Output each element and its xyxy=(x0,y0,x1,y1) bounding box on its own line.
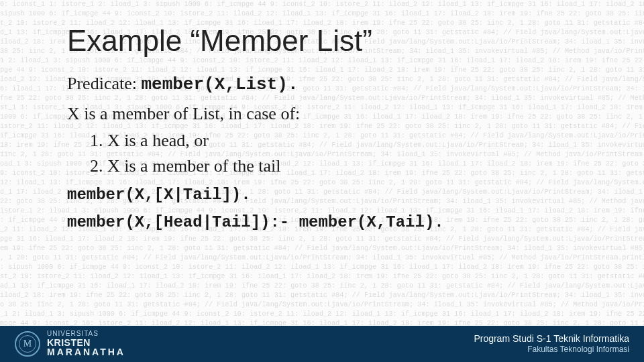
university-seal-icon xyxy=(15,331,40,357)
list-item-1: 1. X is a head, or xyxy=(90,131,604,151)
code-line-2: member(X,[Head|Tail]):- member(X,Tail). xyxy=(67,213,604,231)
description: X is a member of List, in case of: xyxy=(67,104,604,124)
footer-right: Program Studi S-1 Teknik Informatika Fak… xyxy=(474,333,629,355)
footer-left: UNIVERSITAS KRISTEN MARANATHA xyxy=(15,330,125,357)
predicate-line: Predicate: member(X,List). xyxy=(67,74,604,95)
uni-line-3: MARANATHA xyxy=(47,347,125,357)
code-line-1: member(X,[X|Tail]). xyxy=(67,186,604,204)
faculty-name: Fakultas Teknologi Informasi xyxy=(474,345,629,355)
uni-line-2: KRISTEN xyxy=(47,338,125,348)
university-name: UNIVERSITAS KRISTEN MARANATHA xyxy=(47,330,125,357)
list-item-2: 2. X is a member of the tail xyxy=(90,156,604,176)
predicate-label: Predicate: xyxy=(67,74,141,93)
uni-line-1: UNIVERSITAS xyxy=(47,330,125,338)
footer-bar: UNIVERSITAS KRISTEN MARANATHA Program St… xyxy=(0,326,644,362)
slide-title: Example “Member List” xyxy=(67,24,604,58)
program-name: Program Studi S-1 Teknik Informatika xyxy=(474,333,629,345)
slide-content: Example “Member List” Predicate: member(… xyxy=(67,24,604,235)
predicate-code: member(X,List). xyxy=(141,74,298,95)
